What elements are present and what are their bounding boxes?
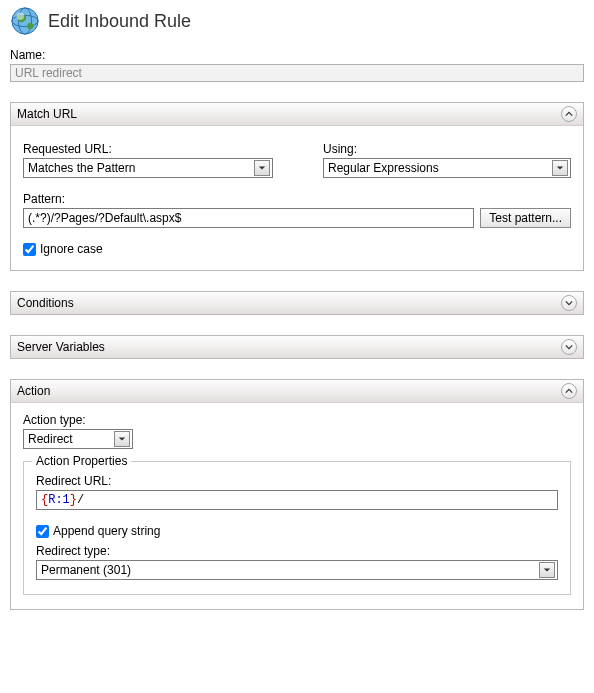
- collapse-icon[interactable]: [561, 106, 577, 122]
- match-url-section: Match URL Requested URL: Matches the Pat…: [10, 102, 584, 271]
- redirect-url-brace-open: {: [41, 493, 48, 507]
- ignore-case-label: Ignore case: [40, 242, 103, 256]
- action-type-value: Redirect: [28, 432, 73, 446]
- requested-url-label: Requested URL:: [23, 142, 273, 156]
- server-variables-title: Server Variables: [17, 340, 105, 354]
- name-label: Name:: [10, 48, 584, 62]
- collapse-icon[interactable]: [561, 383, 577, 399]
- using-label: Using:: [323, 142, 571, 156]
- redirect-type-label: Redirect type:: [36, 544, 558, 558]
- match-url-title: Match URL: [17, 107, 77, 121]
- using-value: Regular Expressions: [328, 161, 439, 175]
- redirect-url-label: Redirect URL:: [36, 474, 558, 488]
- page-title: Edit Inbound Rule: [48, 11, 191, 32]
- redirect-url-input[interactable]: {R:1}/: [36, 490, 558, 510]
- redirect-url-tail: /: [77, 493, 84, 507]
- ignore-case-input[interactable]: [23, 243, 36, 256]
- globe-icon: [10, 6, 40, 36]
- conditions-section: Conditions: [10, 291, 584, 315]
- append-query-label: Append query string: [53, 524, 160, 538]
- test-pattern-button[interactable]: Test pattern...: [480, 208, 571, 228]
- pattern-input[interactable]: [23, 208, 474, 228]
- action-title: Action: [17, 384, 50, 398]
- append-query-checkbox[interactable]: Append query string: [36, 524, 558, 538]
- dropdown-arrow-icon: [114, 431, 130, 447]
- server-variables-section: Server Variables: [10, 335, 584, 359]
- append-query-input[interactable]: [36, 525, 49, 538]
- redirect-url-brace-close: }: [70, 493, 77, 507]
- redirect-url-backref: R:1: [48, 493, 70, 507]
- server-variables-header[interactable]: Server Variables: [11, 336, 583, 358]
- dropdown-arrow-icon: [254, 160, 270, 176]
- redirect-type-value: Permanent (301): [41, 563, 131, 577]
- pattern-label: Pattern:: [23, 192, 571, 206]
- requested-url-select[interactable]: Matches the Pattern: [23, 158, 273, 178]
- action-type-select[interactable]: Redirect: [23, 429, 133, 449]
- ignore-case-checkbox[interactable]: Ignore case: [23, 242, 571, 256]
- conditions-title: Conditions: [17, 296, 74, 310]
- action-type-label: Action type:: [23, 413, 571, 427]
- action-header[interactable]: Action: [11, 380, 583, 403]
- expand-icon[interactable]: [561, 295, 577, 311]
- dropdown-arrow-icon: [539, 562, 555, 578]
- requested-url-value: Matches the Pattern: [28, 161, 135, 175]
- using-select[interactable]: Regular Expressions: [323, 158, 571, 178]
- action-section: Action Action type: Redirect Action Prop…: [10, 379, 584, 610]
- dropdown-arrow-icon: [552, 160, 568, 176]
- page-header: Edit Inbound Rule: [10, 4, 584, 42]
- action-properties-group: Action Properties Redirect URL: {R:1}/ A…: [23, 461, 571, 595]
- conditions-header[interactable]: Conditions: [11, 292, 583, 314]
- action-properties-legend: Action Properties: [32, 454, 131, 468]
- redirect-type-select[interactable]: Permanent (301): [36, 560, 558, 580]
- match-url-header[interactable]: Match URL: [11, 103, 583, 126]
- rule-name-input: [10, 64, 584, 82]
- expand-icon[interactable]: [561, 339, 577, 355]
- svg-point-2: [17, 13, 25, 21]
